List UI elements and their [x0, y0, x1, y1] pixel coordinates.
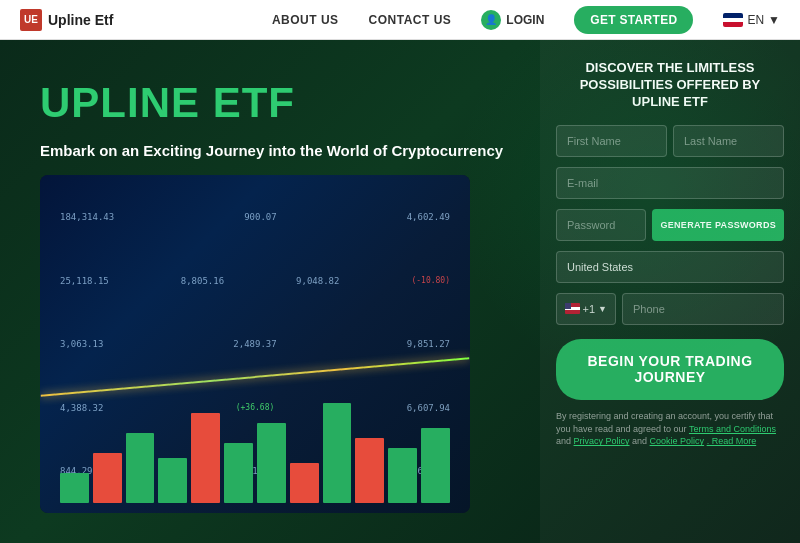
email-input[interactable] [556, 167, 784, 199]
candles [40, 383, 470, 503]
begin-trading-button[interactable]: BEGIN YOUR TRADING JOURNEY [556, 339, 784, 401]
nav-links: ABOUT US CONTACT US 👤 LOGIN GET STARTED … [272, 6, 780, 34]
password-row: GENERATE PASSWORDS [556, 209, 784, 241]
hero-title: UPLINE ETF [40, 80, 510, 126]
lang-label: EN [747, 13, 764, 27]
first-name-input[interactable] [556, 125, 667, 157]
nav-login[interactable]: 👤 LOGIN [481, 10, 544, 30]
last-name-input[interactable] [673, 125, 784, 157]
phone-row: +1 ▼ [556, 293, 784, 325]
phone-input[interactable] [622, 293, 784, 325]
logo-text: Upline Etf [48, 12, 113, 28]
phone-code-label: +1 [583, 303, 596, 315]
form-heading: DISCOVER THE LIMITLESS POSSIBILITIES OFF… [556, 60, 784, 111]
chevron-down-icon: ▼ [598, 304, 607, 314]
form-disclaimer: By registering and creating an account, … [556, 410, 784, 448]
terms-link[interactable]: Terms and Conditions [689, 424, 776, 434]
language-selector[interactable]: EN ▼ [723, 13, 780, 27]
privacy-link[interactable]: Privacy Policy [574, 436, 630, 446]
flag-icon [723, 13, 743, 27]
password-input[interactable] [556, 209, 646, 241]
hero-subtitle: Embark on an Exciting Journey into the W… [40, 140, 510, 161]
navbar: UE Upline Etf ABOUT US CONTACT US 👤 LOGI… [0, 0, 800, 40]
chevron-down-icon: ▼ [768, 13, 780, 27]
name-row [556, 125, 784, 157]
nav-about[interactable]: ABOUT US [272, 13, 339, 27]
nav-login-label: LOGIN [506, 13, 544, 27]
us-flag-icon [565, 303, 580, 314]
hero-left: UPLINE ETF Embark on an Exciting Journey… [0, 40, 540, 543]
cookie-link[interactable]: Cookie Policy [650, 436, 705, 446]
phone-code-selector[interactable]: +1 ▼ [556, 293, 616, 325]
chart-image: 184,314.43 900.07 4,602.49 25,118.15 8,8… [40, 175, 470, 513]
read-more-link[interactable]: . Read More [707, 436, 757, 446]
login-icon: 👤 [481, 10, 501, 30]
logo[interactable]: UE Upline Etf [20, 9, 113, 31]
logo-box-icon: UE [20, 9, 42, 31]
generate-password-button[interactable]: GENERATE PASSWORDS [652, 209, 784, 241]
get-started-button[interactable]: GET STARTED [574, 6, 693, 34]
hero-section: UPLINE ETF Embark on an Exciting Journey… [0, 40, 800, 543]
country-select[interactable]: United States [556, 251, 784, 283]
nav-contact[interactable]: CONTACT US [369, 13, 452, 27]
signup-form-panel: DISCOVER THE LIMITLESS POSSIBILITIES OFF… [540, 40, 800, 543]
